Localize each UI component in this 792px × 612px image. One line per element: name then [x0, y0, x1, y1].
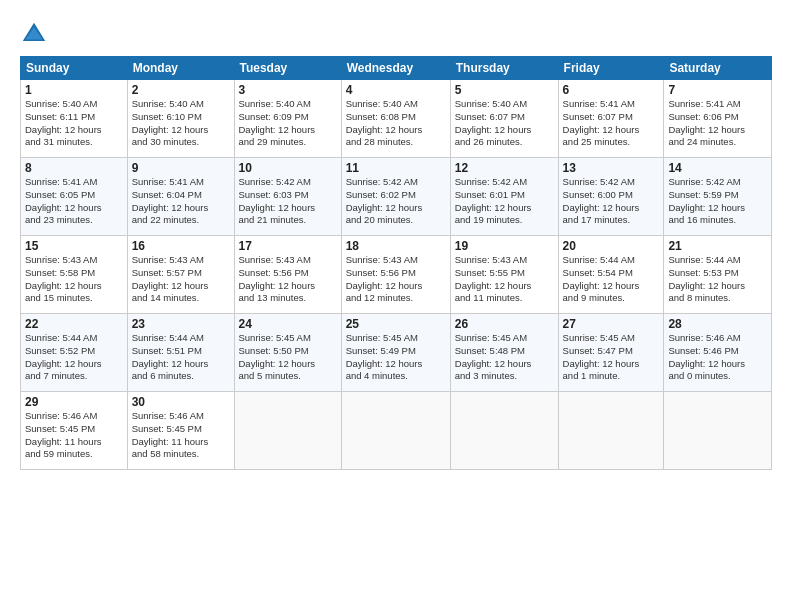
calendar-row: 15Sunrise: 5:43 AMSunset: 5:58 PMDayligh…: [21, 236, 772, 314]
calendar-cell: 14Sunrise: 5:42 AMSunset: 5:59 PMDayligh…: [664, 158, 772, 236]
calendar-cell: 11Sunrise: 5:42 AMSunset: 6:02 PMDayligh…: [341, 158, 450, 236]
day-number: 23: [132, 317, 230, 331]
col-thursday: Thursday: [450, 57, 558, 80]
day-info: Sunrise: 5:42 AMSunset: 6:00 PMDaylight:…: [563, 176, 640, 225]
day-number: 5: [455, 83, 554, 97]
calendar-cell: 20Sunrise: 5:44 AMSunset: 5:54 PMDayligh…: [558, 236, 664, 314]
day-number: 7: [668, 83, 767, 97]
day-info: Sunrise: 5:44 AMSunset: 5:52 PMDaylight:…: [25, 332, 102, 381]
calendar-cell: 23Sunrise: 5:44 AMSunset: 5:51 PMDayligh…: [127, 314, 234, 392]
day-number: 10: [239, 161, 337, 175]
day-info: Sunrise: 5:40 AMSunset: 6:11 PMDaylight:…: [25, 98, 102, 147]
day-info: Sunrise: 5:46 AMSunset: 5:45 PMDaylight:…: [25, 410, 102, 459]
logo: [20, 20, 52, 48]
day-number: 29: [25, 395, 123, 409]
calendar-cell: 15Sunrise: 5:43 AMSunset: 5:58 PMDayligh…: [21, 236, 128, 314]
day-number: 22: [25, 317, 123, 331]
calendar-cell: 9Sunrise: 5:41 AMSunset: 6:04 PMDaylight…: [127, 158, 234, 236]
day-info: Sunrise: 5:43 AMSunset: 5:56 PMDaylight:…: [239, 254, 316, 303]
day-number: 27: [563, 317, 660, 331]
calendar-cell: [664, 392, 772, 470]
calendar-cell: 22Sunrise: 5:44 AMSunset: 5:52 PMDayligh…: [21, 314, 128, 392]
day-number: 26: [455, 317, 554, 331]
col-friday: Friday: [558, 57, 664, 80]
day-number: 2: [132, 83, 230, 97]
calendar-cell: 16Sunrise: 5:43 AMSunset: 5:57 PMDayligh…: [127, 236, 234, 314]
calendar-cell: [450, 392, 558, 470]
day-number: 8: [25, 161, 123, 175]
day-number: 9: [132, 161, 230, 175]
calendar-cell: [234, 392, 341, 470]
calendar-cell: 5Sunrise: 5:40 AMSunset: 6:07 PMDaylight…: [450, 80, 558, 158]
calendar-cell: 10Sunrise: 5:42 AMSunset: 6:03 PMDayligh…: [234, 158, 341, 236]
day-number: 21: [668, 239, 767, 253]
header: [20, 16, 772, 48]
day-number: 12: [455, 161, 554, 175]
calendar-cell: 24Sunrise: 5:45 AMSunset: 5:50 PMDayligh…: [234, 314, 341, 392]
day-info: Sunrise: 5:40 AMSunset: 6:08 PMDaylight:…: [346, 98, 423, 147]
day-number: 24: [239, 317, 337, 331]
calendar-cell: 12Sunrise: 5:42 AMSunset: 6:01 PMDayligh…: [450, 158, 558, 236]
day-number: 14: [668, 161, 767, 175]
calendar-cell: 4Sunrise: 5:40 AMSunset: 6:08 PMDaylight…: [341, 80, 450, 158]
day-info: Sunrise: 5:40 AMSunset: 6:07 PMDaylight:…: [455, 98, 532, 147]
calendar-cell: 1Sunrise: 5:40 AMSunset: 6:11 PMDaylight…: [21, 80, 128, 158]
day-info: Sunrise: 5:43 AMSunset: 5:58 PMDaylight:…: [25, 254, 102, 303]
day-number: 19: [455, 239, 554, 253]
day-info: Sunrise: 5:46 AMSunset: 5:46 PMDaylight:…: [668, 332, 745, 381]
calendar-cell: 29Sunrise: 5:46 AMSunset: 5:45 PMDayligh…: [21, 392, 128, 470]
day-info: Sunrise: 5:43 AMSunset: 5:55 PMDaylight:…: [455, 254, 532, 303]
day-info: Sunrise: 5:41 AMSunset: 6:06 PMDaylight:…: [668, 98, 745, 147]
day-number: 4: [346, 83, 446, 97]
col-tuesday: Tuesday: [234, 57, 341, 80]
calendar-cell: 19Sunrise: 5:43 AMSunset: 5:55 PMDayligh…: [450, 236, 558, 314]
calendar-cell: 6Sunrise: 5:41 AMSunset: 6:07 PMDaylight…: [558, 80, 664, 158]
day-info: Sunrise: 5:41 AMSunset: 6:07 PMDaylight:…: [563, 98, 640, 147]
calendar: Sunday Monday Tuesday Wednesday Thursday…: [20, 56, 772, 470]
day-number: 25: [346, 317, 446, 331]
day-info: Sunrise: 5:40 AMSunset: 6:09 PMDaylight:…: [239, 98, 316, 147]
col-saturday: Saturday: [664, 57, 772, 80]
day-info: Sunrise: 5:42 AMSunset: 6:02 PMDaylight:…: [346, 176, 423, 225]
day-number: 15: [25, 239, 123, 253]
day-number: 3: [239, 83, 337, 97]
col-monday: Monday: [127, 57, 234, 80]
calendar-cell: 13Sunrise: 5:42 AMSunset: 6:00 PMDayligh…: [558, 158, 664, 236]
day-info: Sunrise: 5:42 AMSunset: 6:01 PMDaylight:…: [455, 176, 532, 225]
calendar-cell: 28Sunrise: 5:46 AMSunset: 5:46 PMDayligh…: [664, 314, 772, 392]
day-number: 11: [346, 161, 446, 175]
day-info: Sunrise: 5:41 AMSunset: 6:05 PMDaylight:…: [25, 176, 102, 225]
header-row: Sunday Monday Tuesday Wednesday Thursday…: [21, 57, 772, 80]
calendar-row: 22Sunrise: 5:44 AMSunset: 5:52 PMDayligh…: [21, 314, 772, 392]
calendar-row: 29Sunrise: 5:46 AMSunset: 5:45 PMDayligh…: [21, 392, 772, 470]
day-info: Sunrise: 5:42 AMSunset: 5:59 PMDaylight:…: [668, 176, 745, 225]
calendar-cell: 27Sunrise: 5:45 AMSunset: 5:47 PMDayligh…: [558, 314, 664, 392]
day-info: Sunrise: 5:45 AMSunset: 5:49 PMDaylight:…: [346, 332, 423, 381]
day-info: Sunrise: 5:44 AMSunset: 5:54 PMDaylight:…: [563, 254, 640, 303]
day-info: Sunrise: 5:40 AMSunset: 6:10 PMDaylight:…: [132, 98, 209, 147]
day-info: Sunrise: 5:45 AMSunset: 5:48 PMDaylight:…: [455, 332, 532, 381]
day-number: 1: [25, 83, 123, 97]
day-info: Sunrise: 5:41 AMSunset: 6:04 PMDaylight:…: [132, 176, 209, 225]
day-info: Sunrise: 5:44 AMSunset: 5:53 PMDaylight:…: [668, 254, 745, 303]
page: Sunday Monday Tuesday Wednesday Thursday…: [0, 0, 792, 612]
calendar-cell: 3Sunrise: 5:40 AMSunset: 6:09 PMDaylight…: [234, 80, 341, 158]
calendar-cell: 8Sunrise: 5:41 AMSunset: 6:05 PMDaylight…: [21, 158, 128, 236]
day-info: Sunrise: 5:45 AMSunset: 5:47 PMDaylight:…: [563, 332, 640, 381]
calendar-cell: 30Sunrise: 5:46 AMSunset: 5:45 PMDayligh…: [127, 392, 234, 470]
day-number: 16: [132, 239, 230, 253]
calendar-cell: 21Sunrise: 5:44 AMSunset: 5:53 PMDayligh…: [664, 236, 772, 314]
day-info: Sunrise: 5:45 AMSunset: 5:50 PMDaylight:…: [239, 332, 316, 381]
calendar-cell: [558, 392, 664, 470]
calendar-row: 8Sunrise: 5:41 AMSunset: 6:05 PMDaylight…: [21, 158, 772, 236]
day-number: 18: [346, 239, 446, 253]
day-number: 6: [563, 83, 660, 97]
col-sunday: Sunday: [21, 57, 128, 80]
day-number: 13: [563, 161, 660, 175]
day-info: Sunrise: 5:46 AMSunset: 5:45 PMDaylight:…: [132, 410, 209, 459]
day-info: Sunrise: 5:43 AMSunset: 5:56 PMDaylight:…: [346, 254, 423, 303]
calendar-cell: 18Sunrise: 5:43 AMSunset: 5:56 PMDayligh…: [341, 236, 450, 314]
calendar-cell: [341, 392, 450, 470]
calendar-cell: 2Sunrise: 5:40 AMSunset: 6:10 PMDaylight…: [127, 80, 234, 158]
calendar-cell: 25Sunrise: 5:45 AMSunset: 5:49 PMDayligh…: [341, 314, 450, 392]
